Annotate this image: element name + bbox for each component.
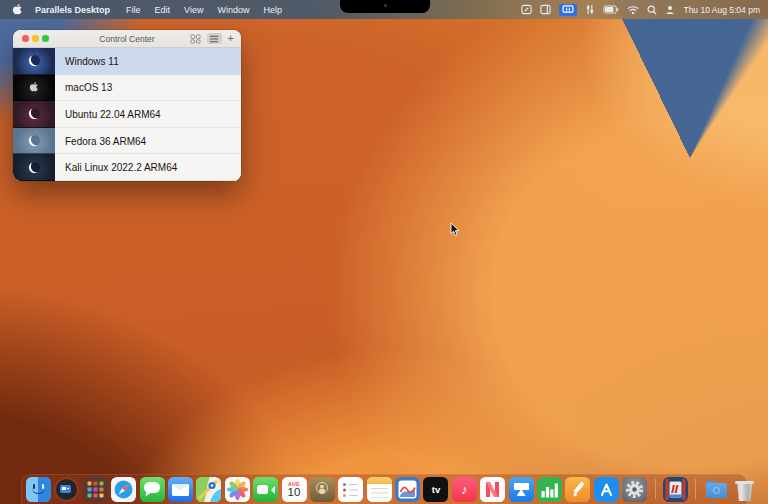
vm-row-fedora[interactable]: Fedora 36 ARM64 bbox=[13, 128, 241, 155]
screen-recording-app-icon[interactable] bbox=[54, 477, 79, 502]
menu-window[interactable]: Window bbox=[217, 5, 249, 15]
music-icon[interactable]: ♪ bbox=[452, 477, 477, 502]
vm-row-macos13[interactable]: macOS 13 bbox=[13, 75, 241, 102]
reminders-icon[interactable] bbox=[338, 477, 363, 502]
photos-icon[interactable] bbox=[225, 477, 250, 502]
control-center-window: Control Center + Windows 11 macOS 13 bbox=[13, 30, 241, 181]
mail-icon[interactable] bbox=[168, 477, 193, 502]
parallels-desktop-icon[interactable] bbox=[663, 477, 688, 502]
menu-edit[interactable]: Edit bbox=[155, 5, 171, 15]
vm-name: Fedora 36 ARM64 bbox=[55, 128, 241, 155]
notes-icon[interactable] bbox=[367, 477, 392, 502]
close-button[interactable] bbox=[22, 35, 29, 42]
calendar-day: 10 bbox=[282, 486, 307, 498]
minimize-button[interactable] bbox=[32, 35, 39, 42]
apple-menu-icon[interactable] bbox=[12, 3, 23, 16]
suspended-moon-icon bbox=[29, 55, 40, 66]
zoom-button[interactable] bbox=[42, 35, 49, 42]
keynote-icon[interactable] bbox=[509, 477, 534, 502]
messages-icon[interactable] bbox=[140, 477, 165, 502]
calendar-icon[interactable]: AUG 10 bbox=[282, 477, 307, 502]
dock-separator bbox=[655, 479, 656, 499]
pages-icon[interactable] bbox=[565, 477, 590, 502]
vm-thumbnail bbox=[13, 154, 55, 181]
menu-help[interactable]: Help bbox=[263, 5, 282, 15]
vm-name: Kali Linux 2022.2 ARM64 bbox=[55, 154, 241, 181]
vm-list: Windows 11 macOS 13 Ubuntu 22.04 ARM64 F… bbox=[13, 48, 241, 181]
vm-name: Ubuntu 22.04 ARM64 bbox=[55, 101, 241, 128]
trash-icon[interactable] bbox=[732, 477, 757, 502]
facetime-icon[interactable] bbox=[253, 477, 278, 502]
menu-file[interactable]: File bbox=[126, 5, 141, 15]
chart-wave-app-icon[interactable] bbox=[395, 477, 420, 502]
vm-row-ubuntu[interactable]: Ubuntu 22.04 ARM64 bbox=[13, 101, 241, 128]
dock-separator bbox=[695, 479, 696, 499]
user-icon[interactable] bbox=[665, 5, 675, 15]
battery-icon[interactable] bbox=[603, 5, 619, 14]
apple-logo-icon bbox=[29, 81, 39, 93]
apple-tv-icon[interactable]: tv bbox=[423, 477, 448, 502]
app-store-icon[interactable] bbox=[594, 477, 619, 502]
safari-icon[interactable] bbox=[111, 477, 136, 502]
grid-view-button[interactable] bbox=[190, 34, 201, 44]
suspended-moon-icon bbox=[29, 108, 40, 119]
vm-name: macOS 13 bbox=[55, 75, 241, 102]
vm-row-windows11[interactable]: Windows 11 bbox=[13, 48, 241, 75]
launchpad-icon[interactable] bbox=[83, 477, 108, 502]
markup-icon[interactable] bbox=[521, 4, 532, 15]
downloads-folder-icon[interactable] bbox=[704, 477, 729, 502]
wifi-icon[interactable] bbox=[627, 5, 639, 15]
parallels-active-icon[interactable] bbox=[559, 4, 577, 16]
music-note-glyph: ♪ bbox=[461, 482, 468, 497]
vm-thumbnail bbox=[13, 101, 55, 128]
vm-name: Windows 11 bbox=[55, 48, 241, 75]
vm-thumbnail bbox=[13, 75, 55, 102]
folder-emblem bbox=[713, 487, 720, 494]
contacts-icon[interactable] bbox=[310, 477, 335, 502]
sidebar-window-icon[interactable] bbox=[540, 4, 551, 15]
dock: AUG 10 tv ♪ bbox=[21, 474, 747, 504]
vm-thumbnail bbox=[13, 128, 55, 155]
spotlight-icon[interactable] bbox=[647, 5, 657, 15]
menu-app-name[interactable]: Parallels Desktop bbox=[35, 5, 110, 15]
maps-icon[interactable] bbox=[196, 477, 221, 502]
sliders-icon[interactable] bbox=[585, 4, 595, 15]
mouse-cursor bbox=[450, 222, 461, 241]
tv-label: tv bbox=[432, 484, 440, 495]
list-view-button[interactable] bbox=[207, 33, 222, 44]
system-settings-icon[interactable] bbox=[622, 477, 647, 502]
menu-view[interactable]: View bbox=[184, 5, 203, 15]
add-vm-button[interactable]: + bbox=[228, 33, 234, 44]
vm-row-kali[interactable]: Kali Linux 2022.2 ARM64 bbox=[13, 154, 241, 181]
suspended-moon-icon bbox=[29, 162, 40, 173]
numbers-icon[interactable] bbox=[537, 477, 562, 502]
vm-thumbnail bbox=[13, 48, 55, 75]
news-icon[interactable] bbox=[480, 477, 505, 502]
menubar-clock[interactable]: Thu 10 Aug 5:04 pm bbox=[683, 5, 760, 15]
window-titlebar[interactable]: Control Center + bbox=[13, 30, 241, 48]
suspended-moon-icon bbox=[29, 135, 40, 146]
finder-icon[interactable] bbox=[26, 477, 51, 502]
camera-notch bbox=[340, 0, 430, 13]
camera-dot bbox=[384, 4, 387, 7]
